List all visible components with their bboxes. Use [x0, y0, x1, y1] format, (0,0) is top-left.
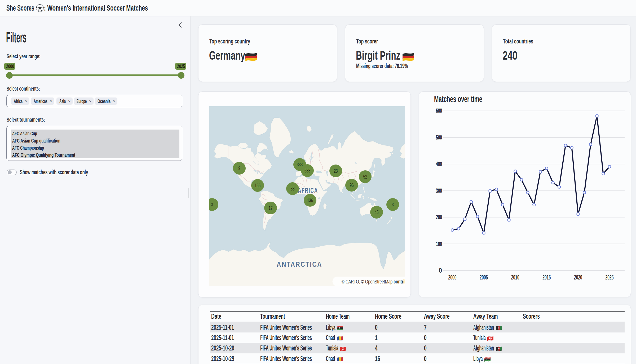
svg-text:52: 52	[363, 174, 367, 180]
svg-text:17: 17	[269, 205, 273, 211]
svg-text:96: 96	[350, 182, 354, 188]
svg-text:333: 333	[297, 161, 303, 167]
svg-text:33: 33	[291, 185, 295, 192]
svg-text:3: 3	[392, 201, 394, 207]
svg-text:23: 23	[334, 168, 338, 174]
svg-text:155: 155	[255, 182, 260, 188]
svg-text:AFRICA: AFRICA	[298, 187, 318, 194]
svg-text:400: 400	[436, 161, 442, 167]
svg-text:3: 3	[211, 201, 213, 207]
svg-text:9: 9	[238, 165, 240, 171]
svg-text:2020: 2020	[574, 274, 582, 281]
svg-text:136: 136	[307, 197, 313, 203]
svg-text:© CARTO, © OpenStreetMap contr: © CARTO, © OpenStreetMap contrib	[342, 279, 405, 285]
svg-text:683: 683	[304, 167, 310, 174]
svg-text:2025: 2025	[606, 274, 614, 281]
svg-text:500: 500	[436, 134, 442, 141]
svg-text:ANTARCTICA: ANTARCTICA	[277, 260, 322, 268]
svg-text:300: 300	[436, 187, 442, 194]
svg-text:100: 100	[436, 241, 442, 247]
svg-text:2015: 2015	[542, 274, 551, 281]
svg-text:2000: 2000	[448, 274, 457, 281]
svg-text:200: 200	[436, 214, 442, 221]
svg-text:0: 0	[439, 267, 442, 274]
svg-text:2005: 2005	[480, 274, 488, 281]
svg-text:600: 600	[436, 107, 442, 114]
svg-text:45: 45	[375, 209, 379, 215]
svg-text:2010: 2010	[511, 274, 519, 281]
